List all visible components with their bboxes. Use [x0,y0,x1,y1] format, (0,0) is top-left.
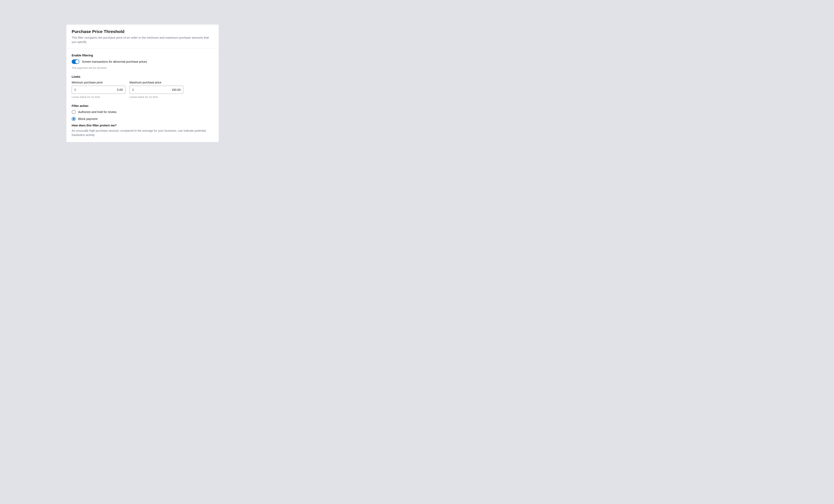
currency-prefix: $ [74,88,76,91]
card-body: Enable filtering Screen transactions for… [66,48,219,142]
max-price-column: Maximum purchase price $ 150.00 Leave bl… [130,81,183,98]
min-price-label: Minimum purchase price [72,81,126,84]
filter-action-label: Filter action [72,104,213,108]
radio-authorize-hold[interactable]: Authorize and hold for review [72,110,213,114]
max-price-input[interactable]: $ 150.00 [130,86,183,94]
enable-toggle[interactable] [72,60,80,64]
max-price-hint: Leave blank for no limit [130,95,183,98]
radio-icon [72,110,76,114]
enable-toggle-text: Screen transactions for abnormal purchas… [82,60,147,63]
card-title: Purchase Price Threshold [72,29,213,34]
info-heading: How does this filter protect me? [72,124,213,127]
info-body: An unusually high purchase amount, compa… [72,129,213,137]
radio-icon [72,117,76,121]
min-price-column: Minimum purchase price $ 5.00 Leave blan… [72,81,126,98]
radio-block-payment[interactable]: Block payment [72,117,213,121]
card-description: This filter compares the purchase price … [72,36,213,44]
min-price-hint: Leave blank for no limit [72,95,126,98]
enable-filtering-label: Enable filtering [72,54,213,57]
currency-prefix: $ [132,88,134,91]
min-price-value: 5.00 [117,88,123,91]
radio-label: Authorize and hold for review [78,110,116,114]
enable-result-text: The payment will be blocked. [72,66,213,69]
max-price-value: 150.00 [172,88,181,91]
max-price-label: Maximum purchase price [130,81,183,84]
settings-card: Purchase Price Threshold This filter com… [66,24,219,142]
card-header: Purchase Price Threshold This filter com… [66,25,219,48]
enable-toggle-row: Screen transactions for abnormal purchas… [72,60,213,64]
limits-grid: Minimum purchase price $ 5.00 Leave blan… [72,81,213,98]
info-block: How does this filter protect me? An unus… [72,124,213,137]
toggle-knob-icon [75,60,79,64]
radio-label: Block payment [78,117,97,120]
min-price-input[interactable]: $ 5.00 [72,86,126,94]
limits-label: Limits [72,75,213,79]
